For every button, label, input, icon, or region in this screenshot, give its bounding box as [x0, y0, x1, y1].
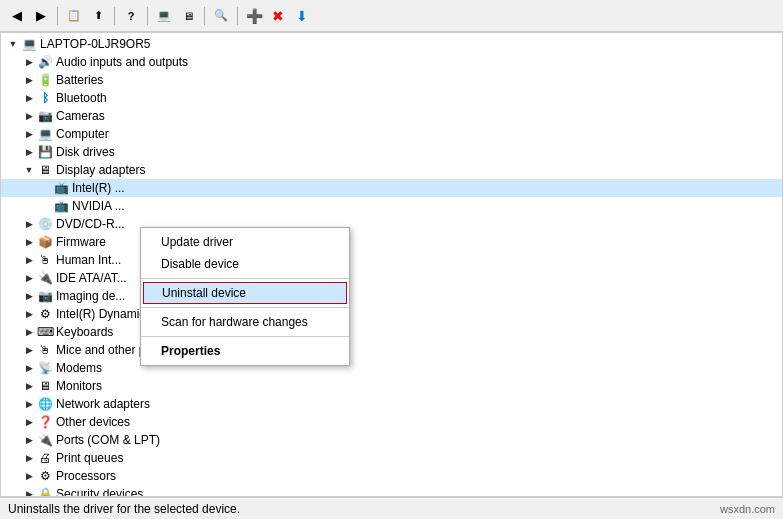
tree-item-batteries[interactable]: ▶ 🔋 Batteries [1, 71, 782, 89]
tree-item-intel[interactable]: ▶ 📺 Intel(R) ... [1, 179, 782, 197]
properties-button[interactable]: 📋 [63, 5, 85, 27]
tree-item-keyboards[interactable]: ▶ ⌨ Keyboards [1, 323, 782, 341]
toolbar-separator-4 [204, 7, 205, 25]
tree-item-display[interactable]: ▼ 🖥 Display adapters [1, 161, 782, 179]
root-label: LAPTOP-0LJR9OR5 [40, 37, 151, 51]
bluetooth-arrow: ▶ [21, 90, 37, 106]
ctx-properties[interactable]: Properties [141, 340, 349, 362]
ctx-scan-hardware[interactable]: Scan for hardware changes [141, 311, 349, 333]
add-legacy-button[interactable]: ➕ [243, 5, 265, 27]
inteldynamic-arrow: ▶ [21, 306, 37, 322]
remove-device-button[interactable]: ✖ [267, 5, 289, 27]
toolbar-separator-1 [57, 7, 58, 25]
bluetooth-label: Bluetooth [56, 91, 107, 105]
ideata-arrow: ▶ [21, 270, 37, 286]
dvd-icon: 💿 [37, 216, 53, 232]
toolbar-separator-3 [147, 7, 148, 25]
display-arrow: ▼ [21, 162, 37, 178]
tree-item-humanint[interactable]: ▶ 🖱 Human Int... [1, 251, 782, 269]
humanint-icon: 🖱 [37, 252, 53, 268]
diskdrives-arrow: ▶ [21, 144, 37, 160]
forward-button[interactable]: ▶ [30, 5, 52, 27]
diskdrives-icon: 💾 [37, 144, 53, 160]
computer-arrow: ▶ [21, 126, 37, 142]
ideata-icon: 🔌 [37, 270, 53, 286]
display-label: Display adapters [56, 163, 145, 177]
tree-item-other[interactable]: ▶ ❓ Other devices [1, 413, 782, 431]
tree-item-monitors[interactable]: ▶ 🖥 Monitors [1, 377, 782, 395]
inteldynamic-icon: ⚙ [37, 306, 53, 322]
network-arrow: ▶ [21, 396, 37, 412]
device-tree[interactable]: ▼ 💻 LAPTOP-0LJR9OR5 ▶ 🔊 Audio inputs and… [0, 32, 783, 497]
tree-item-imaging[interactable]: ▶ 📷 Imaging de... [1, 287, 782, 305]
display-icon: 🖥 [37, 162, 53, 178]
printqueues-icon: 🖨 [37, 450, 53, 466]
context-menu: Update driver Disable device Uninstall d… [140, 227, 350, 366]
tree-item-processors[interactable]: ▶ ⚙ Processors [1, 467, 782, 485]
device-manager-button[interactable]: 💻 [153, 5, 175, 27]
tree-item-printqueues[interactable]: ▶ 🖨 Print queues [1, 449, 782, 467]
batteries-label: Batteries [56, 73, 103, 87]
tree-item-diskdrives[interactable]: ▶ 💾 Disk drives [1, 143, 782, 161]
tree-item-dvd[interactable]: ▶ 💿 DVD/CD-R... [1, 215, 782, 233]
toolbar-separator-5 [237, 7, 238, 25]
watermark: wsxdn.com [720, 503, 775, 515]
modems-icon: 📡 [37, 360, 53, 376]
tree-item-mice[interactable]: ▶ 🖱 Mice and other pointing devices [1, 341, 782, 359]
keyboards-icon: ⌨ [37, 324, 53, 340]
batteries-arrow: ▶ [21, 72, 37, 88]
ctx-separator-2 [141, 307, 349, 308]
modems-arrow: ▶ [21, 360, 37, 376]
security-icon: 🔒 [37, 486, 53, 497]
imaging-arrow: ▶ [21, 288, 37, 304]
tree-item-ideata[interactable]: ▶ 🔌 IDE ATA/AT... [1, 269, 782, 287]
nvidia-icon: 📺 [53, 198, 69, 214]
cameras-arrow: ▶ [21, 108, 37, 124]
keyboards-arrow: ▶ [21, 324, 37, 340]
printqueues-arrow: ▶ [21, 450, 37, 466]
main-panel: ▼ 💻 LAPTOP-0LJR9OR5 ▶ 🔊 Audio inputs and… [0, 32, 783, 497]
help-button[interactable]: ? [120, 5, 142, 27]
humanint-arrow: ▶ [21, 252, 37, 268]
download-button[interactable]: ⬇ [291, 5, 313, 27]
tree-item-audio[interactable]: ▶ 🔊 Audio inputs and outputs [1, 53, 782, 71]
toolbar-separator-2 [114, 7, 115, 25]
network-label: Network adapters [56, 397, 150, 411]
batteries-icon: 🔋 [37, 72, 53, 88]
ports-label: Ports (COM & LPT) [56, 433, 160, 447]
monitors-arrow: ▶ [21, 378, 37, 394]
processors-label: Processors [56, 469, 116, 483]
tree-item-network[interactable]: ▶ 🌐 Network adapters [1, 395, 782, 413]
tree-item-computer[interactable]: ▶ 💻 Computer [1, 125, 782, 143]
tree-item-bluetooth[interactable]: ▶ ᛒ Bluetooth [1, 89, 782, 107]
back-button[interactable]: ◀ [6, 5, 28, 27]
firmware-icon: 📦 [37, 234, 53, 250]
display-button[interactable]: 🖥 [177, 5, 199, 27]
computer-label: Computer [56, 127, 109, 141]
root-icon: 💻 [21, 36, 37, 52]
processors-arrow: ▶ [21, 468, 37, 484]
cameras-icon: 📷 [37, 108, 53, 124]
ctx-disable-device[interactable]: Disable device [141, 253, 349, 275]
toolbar: ◀ ▶ 📋 ⬆ ? 💻 🖥 🔍 ➕ ✖ ⬇ [0, 0, 783, 32]
printqueues-label: Print queues [56, 451, 123, 465]
update-driver-button[interactable]: ⬆ [87, 5, 109, 27]
statusbar: Uninstalls the driver for the selected d… [0, 497, 783, 519]
tree-item-modems[interactable]: ▶ 📡 Modems [1, 359, 782, 377]
tree-item-inteldynamic[interactable]: ▶ ⚙ Intel(R) Dynamic Platform and Therma… [1, 305, 782, 323]
diskdrives-label: Disk drives [56, 145, 115, 159]
modems-label: Modems [56, 361, 102, 375]
tree-item-nvidia[interactable]: ▶ 📺 NVIDIA ... [1, 197, 782, 215]
ctx-uninstall-device[interactable]: Uninstall device [143, 282, 347, 304]
scan-button[interactable]: 🔍 [210, 5, 232, 27]
tree-root[interactable]: ▼ 💻 LAPTOP-0LJR9OR5 [1, 35, 782, 53]
tree-item-ports[interactable]: ▶ 🔌 Ports (COM & LPT) [1, 431, 782, 449]
imaging-label: Imaging de... [56, 289, 125, 303]
tree-item-cameras[interactable]: ▶ 📷 Cameras [1, 107, 782, 125]
ctx-update-driver[interactable]: Update driver [141, 231, 349, 253]
tree-item-firmware[interactable]: ▶ 📦 Firmware [1, 233, 782, 251]
mice-arrow: ▶ [21, 342, 37, 358]
network-icon: 🌐 [37, 396, 53, 412]
tree-item-security[interactable]: ▶ 🔒 Security devices [1, 485, 782, 497]
audio-label: Audio inputs and outputs [56, 55, 188, 69]
